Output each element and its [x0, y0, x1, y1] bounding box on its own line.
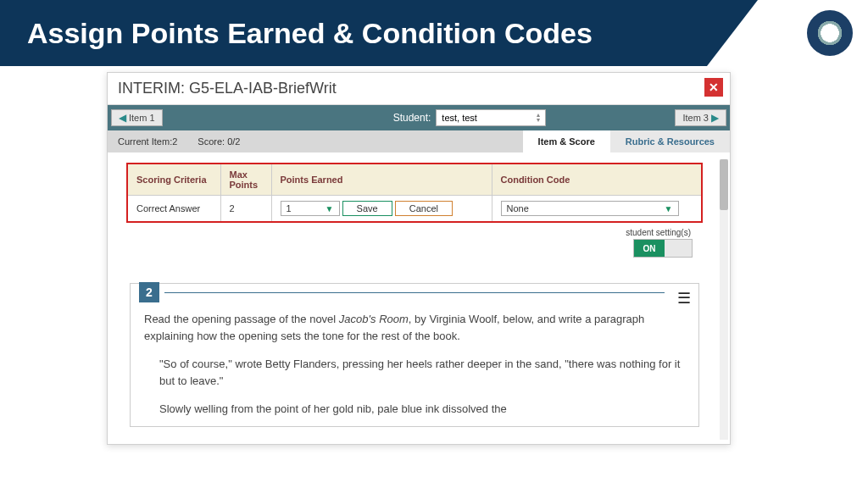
th-max: Max Points: [220, 164, 271, 196]
student-settings-toggle[interactable]: ON: [633, 239, 693, 258]
scrollbar-thumb[interactable]: [720, 159, 728, 210]
toggle-on-label: ON: [634, 240, 665, 257]
condition-code-select[interactable]: None ▼: [501, 201, 679, 216]
prev-item-button[interactable]: ◀ Item 1: [111, 109, 163, 126]
table-row: Correct Answer 2 1 ▼ Save Cancel None ▼: [127, 196, 702, 223]
student-settings-label: student setting(s): [114, 228, 715, 237]
arrow-left-icon: ◀: [119, 112, 126, 124]
caret-down-icon: ▼: [326, 204, 334, 214]
next-item-label: Item 3: [682, 113, 709, 123]
slide-title: Assign Points Earned & Condition Codes: [27, 17, 593, 50]
arrow-right-icon: ▶: [711, 112, 719, 124]
th-criteria: Scoring Criteria: [127, 164, 220, 196]
nav-bar: ◀ Item 1 Student: test, test ▴▾ Item 3 ▶: [108, 105, 730, 130]
passage-quote: "So of course," wrote Betty Flanders, pr…: [159, 356, 685, 389]
student-label: Student:: [393, 112, 431, 124]
prev-item-label: Item 1: [129, 113, 155, 123]
next-item-button[interactable]: Item 3 ▶: [675, 109, 726, 126]
passage-continued: Slowly welling from the point of her gol…: [159, 401, 685, 418]
cell-max: 2: [220, 196, 271, 223]
tab-rubric-resources[interactable]: Rubric & Resources: [610, 130, 730, 152]
panel-title: INTERIM: G5-ELA-IAB-BriefWrit: [118, 80, 337, 97]
prompt-title-italic: Jacob's Room: [339, 313, 409, 325]
current-item-label: Current Item:2: [108, 136, 187, 147]
tabs: Item & Score Rubric & Resources: [523, 130, 730, 152]
cancel-button[interactable]: Cancel: [395, 201, 453, 216]
close-button[interactable]: ✕: [704, 78, 723, 97]
student-select[interactable]: test, test ▴▾: [436, 109, 546, 126]
content-scroll-area: Scoring Criteria Max Points Points Earne…: [108, 152, 730, 447]
points-earned-value: 1: [287, 203, 292, 214]
th-condition: Condition Code: [492, 164, 702, 196]
item-prompt: Read the opening passage of the novel Ja…: [144, 311, 685, 418]
condition-code-value: None: [507, 203, 529, 214]
close-icon: ✕: [709, 80, 719, 94]
points-earned-select[interactable]: 1 ▼: [281, 201, 340, 216]
item-content-box: 2 ☰ Read the opening passage of the nove…: [130, 283, 699, 427]
slide-header: Assign Points Earned & Condition Codes: [0, 0, 868, 66]
item-divider: [164, 292, 665, 293]
state-seal-icon: [807, 10, 853, 56]
item-number-badge: 2: [139, 282, 159, 302]
caret-down-icon: ▼: [665, 204, 673, 214]
toggle-off-side: [665, 240, 692, 257]
scoring-table: Scoring Criteria Max Points Points Earne…: [126, 163, 703, 223]
stepper-icon: ▴▾: [537, 113, 540, 122]
student-value: test, test: [442, 113, 477, 123]
panel-title-bar: INTERIM: G5-ELA-IAB-BriefWrit ✕: [108, 73, 730, 105]
score-label: Score: 0/2: [187, 136, 250, 147]
cell-criteria: Correct Answer: [127, 196, 220, 223]
save-button[interactable]: Save: [342, 201, 392, 216]
hamburger-icon[interactable]: ☰: [677, 287, 690, 310]
cell-condition: None ▼: [492, 196, 702, 223]
prompt-text-a: Read the opening passage of the novel: [144, 313, 339, 325]
scoring-panel: INTERIM: G5-ELA-IAB-BriefWrit ✕ ◀ Item 1…: [107, 72, 731, 445]
tab-item-score[interactable]: Item & Score: [523, 130, 610, 152]
table-header-row: Scoring Criteria Max Points Points Earne…: [127, 164, 702, 196]
info-bar: Current Item:2 Score: 0/2 Item & Score R…: [108, 130, 730, 152]
cell-earned: 1 ▼ Save Cancel: [271, 196, 492, 223]
th-earned: Points Earned: [271, 164, 492, 196]
scrollbar[interactable]: [720, 159, 728, 440]
